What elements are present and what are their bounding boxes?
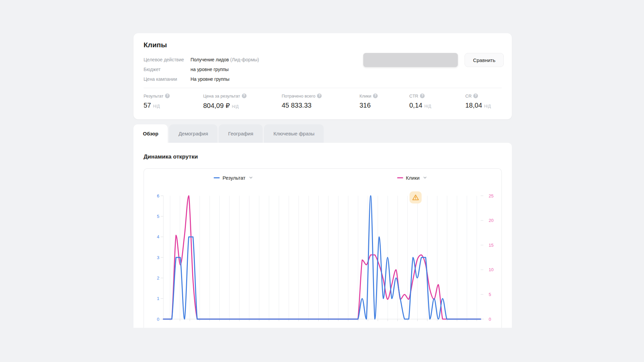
stat-label: Результат?: [144, 93, 203, 99]
stat-value: 0,14Н/Д: [409, 102, 465, 109]
stat-value-suffix: Н/Д: [484, 104, 491, 109]
tab-overview[interactable]: Обзор: [133, 124, 168, 143]
stat-value: 18,04Н/Д: [465, 102, 502, 109]
left-axis-labels: 0123456: [157, 193, 159, 322]
chart-legend: РезультатКлики: [144, 173, 501, 183]
legend-dash: [214, 177, 220, 178]
field-value: Получение лидов (Лид-формы): [191, 57, 259, 62]
tab-geography[interactable]: География: [219, 124, 263, 143]
stat-block: Клики?316: [360, 93, 410, 110]
chevron-down-icon: [249, 176, 253, 180]
stat-block: CR?18,04Н/Д: [465, 93, 502, 110]
section-title: Динамика открутки: [144, 154, 512, 160]
stat-block: Цена за результат?804,09 ₽Н/Д: [203, 93, 282, 110]
series-line-result: [163, 196, 481, 319]
page-title: Клипы: [144, 41, 502, 49]
svg-text:10: 10: [489, 267, 493, 272]
chevron-down-icon: [423, 176, 427, 180]
field-value: На уровне группы: [191, 76, 229, 82]
tab-keywords[interactable]: Ключевые фразы: [264, 124, 324, 143]
stat-value: 804,09 ₽Н/Д: [203, 102, 282, 110]
stat-label: CR?: [465, 93, 502, 99]
legend-result[interactable]: Результат: [214, 175, 253, 181]
legend-label: Клики: [406, 175, 420, 181]
svg-text:15: 15: [489, 243, 493, 248]
stat-label: Потрачено всего?: [282, 93, 360, 99]
help-icon[interactable]: ?: [373, 94, 378, 98]
svg-text:0: 0: [489, 317, 491, 322]
help-icon[interactable]: ?: [165, 94, 170, 98]
chart-card: РезультатКлики 01234560510152025: [144, 168, 502, 328]
gridlines: [170, 196, 477, 319]
field-label: Бюджет: [144, 67, 191, 72]
date-range-placeholder[interactable]: [363, 53, 458, 67]
stat-block: Потрачено всего?45 833.33: [282, 93, 360, 110]
tabs-bar: ОбзорДемографияГеографияКлючевые фразы: [133, 124, 324, 143]
right-axis-labels: 0510152025: [489, 193, 493, 322]
svg-text:20: 20: [489, 218, 493, 223]
field-value: на уровне группы: [191, 67, 229, 72]
stat-block: Результат?57Н/Д: [144, 93, 203, 110]
tab-demography[interactable]: Демография: [169, 124, 217, 143]
stat-label: Цена за результат?: [203, 93, 282, 99]
legend-label: Результат: [222, 175, 245, 181]
stat-value: 57Н/Д: [144, 102, 203, 109]
stat-value-suffix: Н/Д: [232, 104, 238, 109]
stat-value: 45 833.33: [282, 102, 360, 109]
line-chart[interactable]: 01234560510152025: [144, 169, 502, 327]
divider: [144, 88, 502, 88]
stat-value-suffix: Н/Д: [153, 104, 160, 109]
svg-text:6: 6: [157, 193, 159, 198]
svg-text:5: 5: [157, 214, 159, 219]
stat-label: Клики?: [360, 93, 410, 99]
field-row: Цена кампанииНа уровне группы: [144, 74, 502, 84]
field-value-suffix: (Лид-формы): [229, 57, 259, 62]
help-icon[interactable]: ?: [242, 94, 247, 98]
stats-row: Результат?57Н/ДЦена за результат?804,09 …: [144, 93, 502, 110]
svg-text:25: 25: [489, 193, 493, 198]
field-label: Цена кампании: [144, 76, 191, 82]
stat-value: 316: [360, 102, 410, 109]
svg-text:2: 2: [157, 276, 159, 281]
help-icon[interactable]: ?: [317, 94, 322, 98]
campaign-summary-card: Клипы Целевое действиеПолучение лидов (Л…: [133, 33, 512, 119]
svg-text:3: 3: [157, 255, 159, 260]
stat-label: CTR?: [409, 93, 465, 99]
overview-panel: Динамика открутки РезультатКлики 0123456…: [133, 143, 512, 328]
svg-text:0: 0: [157, 317, 159, 322]
help-icon[interactable]: ?: [420, 94, 425, 98]
legend-clicks[interactable]: Клики: [397, 175, 427, 181]
svg-text:5: 5: [489, 292, 491, 297]
legend-dash: [397, 177, 403, 178]
field-label: Целевое действие: [144, 57, 191, 62]
stat-block: CTR?0,14Н/Д: [409, 93, 465, 110]
svg-text:1: 1: [157, 296, 159, 301]
help-icon[interactable]: ?: [473, 94, 478, 98]
stat-value-suffix: Н/Д: [424, 104, 431, 109]
compare-button[interactable]: Сравнить: [465, 53, 504, 67]
warning-icon[interactable]: [410, 191, 422, 203]
svg-text:4: 4: [157, 234, 159, 239]
